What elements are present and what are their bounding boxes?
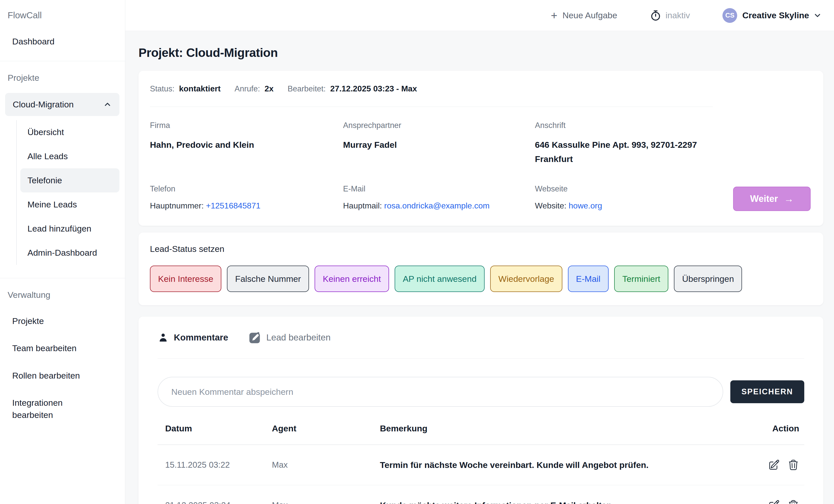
sidebar-item-dashboard[interactable]: Dashboard [12, 36, 101, 48]
col-header-action: Action [753, 423, 804, 444]
edited-label: Bearbeitet: [288, 84, 326, 93]
telefon-cell: Telefon Hauptnummer: +12516845871 [150, 184, 343, 210]
comments-card: Kommentare Lead bearbeiten SPEICHERN [138, 317, 823, 504]
email-key: Hauptmail: [343, 201, 382, 210]
edited-value: 27.12.2025 03:23 - Max [330, 84, 417, 93]
trash-icon [788, 499, 799, 504]
edit-comment-button[interactable] [768, 459, 780, 471]
table-row: 15.11.2025 03:22 Max Termin für nächste … [157, 445, 804, 485]
new-task-button[interactable]: + Neue Aufgabe [551, 10, 617, 21]
delete-comment-button[interactable] [788, 459, 799, 471]
sidebar-section-verwaltung: Verwaltung [8, 290, 125, 300]
col-header-datum: Datum [157, 423, 272, 444]
firma-value: Hahn, Predovic and Klein [150, 138, 343, 152]
tabs-divider [157, 358, 804, 359]
lead-info-card: Status: kontaktiert Anrufe: 2x Bearbeite… [138, 71, 823, 226]
timer-status-label: inaktiv [665, 10, 690, 20]
cell-datum: 15.11.2025 03:22 [157, 446, 272, 484]
table-header-row: Datum Agent Bemerkung Action [157, 423, 804, 445]
save-comment-button[interactable]: SPEICHERN [730, 380, 804, 403]
sidebar: FlowCall Dashboard Projekte Cloud-Migrat… [0, 0, 125, 504]
sidebar-item-meine-leads[interactable]: Meine Leads [17, 192, 119, 216]
sidebar-item-alle-leads[interactable]: Alle Leads [17, 144, 119, 168]
plus-icon: + [551, 10, 557, 21]
weiter-label: Weiter [750, 193, 778, 204]
sidebar-project-cloud-migration[interactable]: Cloud-Migration [5, 93, 119, 116]
page-title: Projekt: Cloud-Migration [138, 46, 823, 60]
ansprechpartner-cell: Ansprechpartner Murray Fadel [343, 121, 535, 166]
calls-label: Anrufe: [235, 84, 260, 93]
sidebar-section-projekte: Projekte [8, 73, 125, 83]
comment-input[interactable] [157, 377, 723, 407]
comments-table: Datum Agent Bemerkung Action 15.11.2025 … [157, 423, 804, 504]
comment-input-row: SPEICHERN [157, 377, 804, 407]
comments-tabs: Kommentare Lead bearbeiten [157, 331, 804, 344]
status-button-wiedervorlage[interactable]: Wiedervorlage [490, 266, 562, 292]
ansprechpartner-label: Ansprechpartner [343, 121, 535, 130]
telefon-label: Telefon [150, 184, 343, 193]
status-button-terminiert[interactable]: Terminiert [614, 266, 668, 292]
anschrift-line2: Frankfurt [535, 152, 812, 166]
col-header-bemerkung: Bemerkung [380, 423, 753, 444]
pencil-square-icon [248, 331, 261, 344]
topbar: + Neue Aufgabe inaktiv CS Creative Skyli… [125, 0, 834, 31]
new-task-label: Neue Aufgabe [562, 10, 617, 20]
sidebar-item-lead-hinzufuegen[interactable]: Lead hinzufügen [17, 216, 119, 241]
tab-lead-bearbeiten-label: Lead bearbeiten [266, 333, 331, 343]
sidebar-item-projekte[interactable]: Projekte [12, 315, 101, 327]
weiter-button[interactable]: Weiter → [733, 187, 811, 211]
sidebar-item-team-bearbeiten[interactable]: Team bearbeiten [12, 342, 101, 354]
status-button-keinen-erreicht[interactable]: Keinen erreicht [314, 266, 389, 292]
lead-status-card: Lead-Status setzen Kein Interesse Falsch… [138, 233, 823, 305]
status-button-falsche-nummer[interactable]: Falsche Nummer [227, 266, 309, 292]
webseite-key: Website: [535, 201, 566, 210]
status-button-ueberspringen[interactable]: Überspringen [674, 266, 742, 292]
sidebar-item-rollen-bearbeiten[interactable]: Rollen bearbeiten [12, 370, 101, 382]
firma-cell: Firma Hahn, Predovic and Klein [150, 121, 343, 166]
cell-datum: 21.12.2025 03:24 [157, 486, 272, 504]
page-content: Projekt: Cloud-Migration Status: kontakt… [125, 31, 834, 504]
cell-bemerkung: Kunde möchte weitere Informationen per E… [380, 486, 753, 504]
cell-actions [753, 445, 804, 485]
ansprechpartner-value: Murray Fadel [343, 138, 535, 152]
tab-lead-bearbeiten[interactable]: Lead bearbeiten [248, 331, 331, 344]
status-button-kein-interesse[interactable]: Kein Interesse [150, 266, 221, 292]
edit-comment-button[interactable] [768, 499, 780, 504]
telefon-link[interactable]: +12516845871 [206, 201, 261, 210]
sidebar-divider [0, 61, 125, 61]
cell-actions [753, 485, 804, 504]
status-button-email[interactable]: E-Mail [568, 266, 609, 292]
lead-status-buttons: Kein Interesse Falsche Nummer Keinen err… [150, 266, 812, 292]
status-value: kontaktiert [179, 84, 221, 93]
cell-agent: Max [272, 486, 380, 504]
sidebar-item-uebersicht[interactable]: Übersicht [17, 120, 119, 144]
user-icon [157, 331, 169, 344]
email-link[interactable]: rosa.ondricka@example.com [384, 201, 490, 210]
tab-kommentare[interactable]: Kommentare [157, 331, 228, 344]
status-label: Status: [150, 84, 175, 93]
main-area: + Neue Aufgabe inaktiv CS Creative Skyli… [125, 0, 834, 504]
chevron-down-icon [813, 11, 822, 20]
calls-value: 2x [265, 84, 274, 93]
status-button-ap-nicht-anwesend[interactable]: AP nicht anwesend [395, 266, 485, 292]
lead-card-divider [150, 107, 713, 107]
app-brand: FlowCall [8, 10, 125, 20]
account-name: Creative Skyline [742, 10, 809, 20]
cell-agent: Max [272, 446, 380, 484]
sidebar-divider [0, 278, 125, 278]
timer-status[interactable]: inaktiv [650, 10, 690, 21]
anschrift-line1: 646 Kassulke Pine Apt. 993, 92701-2297 [535, 138, 812, 152]
delete-comment-button[interactable] [788, 499, 799, 504]
webseite-link[interactable]: howe.org [569, 201, 602, 210]
cell-bemerkung: Termin für nächste Woche vereinbart. Kun… [380, 446, 753, 484]
lead-info-grid: Firma Hahn, Predovic and Klein Ansprechp… [150, 121, 812, 210]
sidebar-item-telefonie[interactable]: Telefonie [20, 168, 119, 192]
table-row: 21.12.2025 03:24 Max Kunde möchte weiter… [157, 485, 804, 504]
anschrift-cell: Anschrift 646 Kassulke Pine Apt. 993, 92… [535, 121, 812, 166]
sidebar-item-integrationen-bearbeiten[interactable]: Integrationen bearbeiten [12, 397, 101, 421]
tab-kommentare-label: Kommentare [174, 333, 228, 343]
firma-label: Firma [150, 121, 343, 130]
avatar: CS [722, 8, 737, 23]
sidebar-item-admin-dashboard[interactable]: Admin-Dashboard [17, 241, 119, 265]
account-menu[interactable]: CS Creative Skyline [722, 8, 822, 23]
